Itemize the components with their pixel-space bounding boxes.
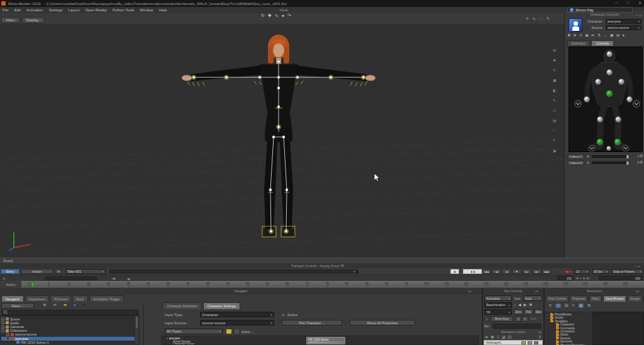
- tab-story[interactable]: Story: [1, 269, 19, 274]
- list-view-icon[interactable]: ≣: [43, 303, 46, 307]
- layer-dark-icon[interactable]: ▣: [491, 335, 494, 339]
- frame-nav-icon[interactable]: ●: [580, 277, 581, 280]
- tab-action[interactable]: Action: [21, 269, 53, 274]
- frame-start-field[interactable]: 150: [557, 276, 574, 280]
- reach-icon[interactable]: ●: [623, 33, 625, 37]
- arc-rotate-icon[interactable]: ↷: [287, 13, 291, 18]
- prev-key-icon[interactable]: ◀: [518, 303, 521, 307]
- expander-icon[interactable]: +: [6, 333, 9, 336]
- frame-display-mode[interactable]: ▮▮: [463, 269, 484, 274]
- menu-open-reality[interactable]: Open Reality: [85, 8, 107, 12]
- expander-icon[interactable]: +: [547, 313, 549, 316]
- active-checkbox[interactable]: ✓: [282, 312, 285, 317]
- pin-icon[interactable]: ▪▸: [636, 289, 640, 293]
- selection-icon[interactable]: ▣: [610, 33, 614, 37]
- layer-row[interactable]: AnimLayer1: [484, 340, 543, 345]
- tab-controls[interactable]: Controls: [591, 40, 614, 46]
- ref-field[interactable]: [492, 324, 541, 329]
- character-dropdown[interactable]: jess:jess▾: [606, 19, 641, 24]
- slider-toggle[interactable]: [586, 161, 590, 165]
- go-to-start-button[interactable]: |◀◀: [482, 269, 491, 274]
- stance-pose-icon[interactable]: ✚: [567, 33, 570, 37]
- small-list-icon[interactable]: ≡: [572, 304, 575, 308]
- pen-icon[interactable]: ✎: [553, 98, 556, 102]
- body-part-icon[interactable]: ◉: [586, 33, 589, 37]
- asset-folder-elements[interactable]: Elements: [552, 340, 572, 343]
- asset-folder-decks[interactable]: Decks: [552, 333, 569, 336]
- brush-icon[interactable]: ✎: [546, 16, 550, 21]
- column-view-icon[interactable]: ▥: [555, 304, 560, 308]
- panel-icon[interactable]: ▤: [553, 118, 557, 123]
- fcurve-icon[interactable]: ∿: [532, 16, 536, 21]
- blend-slider[interactable]: [592, 155, 630, 158]
- menu-help[interactable]: Help: [159, 8, 167, 12]
- scrub-chevron-icon[interactable]: ▾: [353, 270, 355, 273]
- select-tool-icon[interactable]: ⊞: [553, 48, 556, 52]
- sphere-blue-icon[interactable]: ●: [74, 303, 76, 307]
- asset-folder-scripts[interactable]: +Scripts: [547, 316, 564, 319]
- favorite-icon[interactable]: [226, 329, 231, 334]
- sphere-dark-icon[interactable]: ●: [83, 303, 86, 307]
- tab-character-definition[interactable]: Character Definition: [162, 302, 202, 309]
- dot-icon[interactable]: ●: [282, 13, 284, 18]
- tree-scrollbar[interactable]: [135, 315, 139, 345]
- delete-key-icon[interactable]: ✖: [529, 303, 532, 307]
- menu-file[interactable]: File: [3, 8, 9, 12]
- 3d-viewport[interactable]: Producer Perspective (X-Ray) ⊞✚↻▦◧✎⊙▤⌂≡▣: [0, 24, 564, 258]
- tab-navigator[interactable]: Navigator: [1, 295, 24, 302]
- grid-icon[interactable]: ∷: [540, 16, 542, 21]
- move-keys-button[interactable]: Move Keys: [491, 316, 513, 322]
- view-menu-button[interactable]: View ▾: [1, 17, 20, 23]
- play-button[interactable]: ▶: [522, 269, 531, 274]
- expander-icon[interactable]: +: [1, 326, 4, 329]
- sync-icon[interactable]: ⇄: [53, 303, 56, 307]
- audio-icon[interactable]: ♪: [514, 303, 516, 307]
- plot-character-button[interactable]: Plot Character ...: [282, 320, 342, 326]
- tab-fcurves[interactable]: FCurves: [50, 295, 71, 302]
- slider-toggle[interactable]: [586, 155, 590, 158]
- tab-filters[interactable]: Filters: [589, 295, 602, 302]
- key-circle-button[interactable]: [484, 317, 489, 322]
- translate-tool-icon[interactable]: ✚: [553, 58, 556, 62]
- menu-layout[interactable]: Layout: [68, 8, 79, 12]
- box-icon[interactable]: ▣: [553, 148, 557, 153]
- next-key-icon[interactable]: ▶: [524, 303, 527, 307]
- step-back-key-button[interactable]: |◀: [492, 269, 501, 274]
- tree-view-icon[interactable]: ≋: [548, 304, 552, 308]
- layer-solo-icon[interactable]: [534, 341, 538, 345]
- play-small-button[interactable]: ▸: [126, 277, 132, 281]
- layer-light-icon[interactable]: □: [497, 335, 499, 339]
- scale-tool-icon[interactable]: ▦: [553, 78, 557, 82]
- input-type-dropdown[interactable]: Character▾: [200, 312, 274, 317]
- tab-pose-controls[interactable]: Pose Controls: [546, 295, 569, 302]
- tab-groups[interactable]: Groups: [628, 295, 642, 302]
- menu-icon[interactable]: ≡: [538, 335, 541, 339]
- tab-dopesheet[interactable]: Dopesheet: [25, 295, 50, 302]
- tab-chevron-button[interactable]: ▾: [55, 269, 62, 274]
- disc-key-button[interactable]: Disc: [534, 309, 543, 315]
- editor-checkbox[interactable]: [235, 330, 238, 333]
- key-marker-button[interactable]: [111, 277, 117, 281]
- menu-settings[interactable]: Settings: [49, 8, 63, 12]
- minimize-button[interactable]: —: [614, 1, 618, 5]
- expander-icon[interactable]: +: [1, 321, 4, 324]
- loop-toggle[interactable]: [2, 277, 6, 281]
- fps-dropdown[interactable]: 30 fps▾: [592, 269, 609, 274]
- frame-end-field[interactable]: 150: [599, 276, 643, 280]
- step-back-button[interactable]: ◀: [502, 269, 511, 274]
- zero-key-button[interactable]: Zero: [514, 309, 523, 315]
- type-filter-dropdown[interactable]: All (Type)▾: [165, 329, 223, 334]
- pin-icon[interactable]: ▪▸: [535, 289, 539, 293]
- timeline-ruler[interactable]: Action 051015202530354045505560657075808…: [0, 281, 644, 288]
- orbit-icon[interactable]: ↻: [261, 13, 265, 18]
- snap-dropdown[interactable]: Snap on Frames▾: [611, 269, 643, 274]
- menu-edit[interactable]: Edit: [14, 8, 21, 12]
- nudge-left-button[interactable]: ◀: [515, 316, 521, 322]
- user-account-badge[interactable]: Simon Kay: [567, 7, 633, 13]
- input-source-dropdown[interactable]: source:source▾: [200, 320, 274, 326]
- rotate-tool-icon[interactable]: ↻: [553, 68, 556, 72]
- pin-icon[interactable]: ▪ ▴: [636, 13, 641, 17]
- pin-icon[interactable]: ▪ ▴: [635, 264, 640, 268]
- key-type-dropdown[interactable]: Auto▾: [523, 295, 542, 301]
- layers-icon[interactable]: ≡: [526, 16, 528, 21]
